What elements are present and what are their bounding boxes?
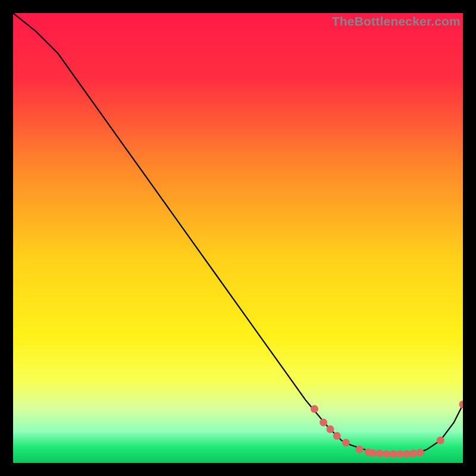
watermark-text: TheBottlenecker.com	[332, 14, 461, 29]
background-gradient	[13, 13, 463, 463]
chart-frame: TheBottlenecker.com	[13, 13, 463, 463]
